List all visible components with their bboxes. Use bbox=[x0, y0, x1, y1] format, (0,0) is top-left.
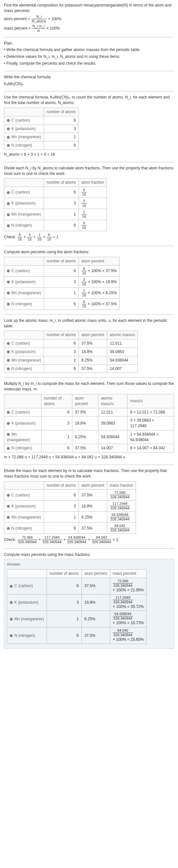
fraction: 54.938044328.340944 bbox=[110, 513, 130, 521]
atompct-cell: 616 × 100% = 37.5% bbox=[79, 299, 119, 309]
frac-den: 16 bbox=[81, 293, 87, 297]
masscalc-cell: 1 × 54.938044 = 54.938044 bbox=[127, 430, 174, 444]
natoms-cell: 3 bbox=[44, 198, 79, 209]
masscalc-cell: 6 × 12.011 = 72.066 bbox=[127, 408, 174, 416]
element-dot-icon bbox=[7, 367, 10, 370]
th-massu: mass/u bbox=[127, 394, 174, 408]
atomicmass-cell: 39.0983 bbox=[98, 416, 127, 430]
frac-num: 54.938044 bbox=[110, 513, 130, 517]
frac-den: 16 bbox=[81, 271, 87, 275]
masspct-cell: 72.066328.340944× 100% = 21.95% bbox=[110, 578, 146, 594]
table-row: K (potassium)318.8%117.2949328.340944 bbox=[4, 501, 136, 512]
atompct-cell: 37.5% bbox=[72, 444, 98, 453]
natoms-cell: 1 bbox=[44, 287, 79, 299]
atompct-cell: 6.25% bbox=[79, 512, 107, 523]
frac-den: 328.340944 bbox=[110, 517, 130, 521]
separator bbox=[4, 377, 174, 378]
atom-percent-formula: atom percent = N_i N_atoms × 100% bbox=[4, 15, 174, 23]
masscalc-cell: 3 × 39.0983 = 117.2949 bbox=[127, 416, 174, 430]
masspct-text: Compute mass percents using the mass fra… bbox=[4, 552, 174, 558]
frac-den: N_atoms bbox=[31, 19, 47, 23]
frac-num: 1 bbox=[81, 289, 87, 293]
frac-num: 6 bbox=[17, 233, 23, 237]
msum: m = 72.066 u + 117.2949 u + 54.938044 u … bbox=[4, 455, 174, 460]
masspct-cell: 117.2949328.340944× 100% = 35.72% bbox=[110, 594, 146, 611]
massfrac-cell: 117.2949328.340944 bbox=[107, 501, 136, 512]
atompct-cell: 18.8% bbox=[81, 594, 110, 611]
frac-den: 16 bbox=[81, 226, 87, 229]
frac-den: 16 bbox=[81, 282, 87, 286]
table-row: N (nitrogen)6616 bbox=[4, 220, 107, 231]
th-atompct: atom percent bbox=[72, 394, 98, 408]
th-natoms: number of atoms bbox=[44, 481, 79, 490]
frac-den: 16 bbox=[81, 192, 87, 196]
element-dot-icon bbox=[7, 270, 10, 272]
element-name: C (carbon) bbox=[11, 493, 30, 497]
table-row: C (carbon)637.5%12.011 bbox=[4, 339, 138, 348]
frac-num: 54.938044 bbox=[67, 536, 87, 540]
frac-den: 328.340944 bbox=[91, 540, 111, 544]
element-cell: C (carbon) bbox=[7, 578, 47, 594]
frac-num: 6 bbox=[81, 300, 87, 304]
natoms-cell: 1 bbox=[47, 611, 81, 627]
frac-num: 1 bbox=[81, 210, 87, 215]
table-row: K (potassium)318.8%117.2949328.340944× 1… bbox=[7, 594, 147, 611]
fraction: 72.066328.340944 bbox=[17, 536, 37, 544]
atomicmass-cell: 14.007 bbox=[98, 444, 127, 453]
plan-bullet: • Write the chemical formula and gather … bbox=[4, 47, 174, 53]
element-cell: K (potassium) bbox=[4, 198, 44, 209]
chemical-formula: K₃Mn(CN)₆ bbox=[4, 81, 174, 87]
atompct-cell: 37.5% bbox=[79, 523, 107, 534]
table-row: K (potassium)3316 × 100% = 18.8% bbox=[4, 276, 120, 287]
element-name: N (nitrogen) bbox=[11, 366, 32, 371]
fraction: 84.042328.340944 bbox=[113, 629, 133, 637]
natoms-cell: 3 bbox=[41, 416, 72, 430]
frac-den: 328.340944 bbox=[110, 528, 130, 532]
table-row: N (nitrogen)637.5%14.007 bbox=[4, 365, 138, 373]
atompct-cell: 37.5% bbox=[81, 578, 110, 594]
table-row: C (carbon)6616 bbox=[4, 187, 107, 198]
th-atompct: atom percent bbox=[79, 331, 107, 339]
natoms-cell: 3 bbox=[44, 501, 79, 512]
element-name: N (nitrogen) bbox=[11, 302, 32, 306]
frac-den: 16 bbox=[17, 237, 23, 241]
element-cell: C (carbon) bbox=[4, 408, 42, 416]
natoms-cell: 6 bbox=[44, 142, 79, 150]
atomicmass-cell: 12.011 bbox=[98, 408, 127, 416]
masspct-table: number of atoms atom percent mass percen… bbox=[7, 569, 147, 644]
natoms-cell: 1 bbox=[44, 356, 79, 365]
th-blank bbox=[4, 331, 44, 339]
natoms-cell: 6 bbox=[44, 299, 79, 309]
masscalc-table: number of atoms atom percent atomic mass… bbox=[4, 394, 174, 453]
mass-percent-formula: mass percent = N_i m_i m × 100% bbox=[4, 24, 174, 32]
intro-text: Find the elemental composition for potas… bbox=[4, 3, 174, 14]
element-cell: Mn (manganese) bbox=[4, 287, 44, 299]
atomicmass-cell: 12.011 bbox=[107, 339, 137, 348]
mass-percent-frac: N_i m_i m bbox=[32, 24, 45, 32]
element-cell: Mn (manganese) bbox=[4, 209, 44, 220]
element-name: Mn (manganese) bbox=[11, 358, 41, 363]
frac-den: 328.340944 bbox=[113, 616, 133, 620]
frac-num: 3 bbox=[27, 233, 32, 237]
th-natoms: number of atoms bbox=[41, 394, 72, 408]
fraction: 616 bbox=[81, 300, 87, 308]
separator bbox=[4, 246, 174, 246]
element-name: N (nitrogen) bbox=[14, 633, 35, 638]
atomfrac-cell: 616 bbox=[79, 220, 107, 231]
frac-num: 6 bbox=[47, 233, 52, 237]
element-cell: C (carbon) bbox=[4, 116, 44, 125]
frac-num: 1 bbox=[37, 233, 42, 237]
check-expr: 616 + 316 + 116 + 616 = 1 bbox=[17, 235, 58, 239]
frac-num: 117.2949 bbox=[110, 502, 130, 506]
massfrac-check: Check: 72.066328.340944 + 117.2949328.34… bbox=[4, 536, 174, 544]
table-row: C (carbon)637.5%72.066328.340944 bbox=[4, 490, 136, 501]
table-row: C (carbon)6 bbox=[4, 116, 79, 125]
atomfrac-check: Check: 616 + 316 + 116 + 616 = 1 bbox=[4, 233, 174, 241]
plan-bullet: • Finally, compute the percents and chec… bbox=[4, 61, 174, 66]
th-blank bbox=[4, 481, 44, 490]
massfrac-text: Divide the mass for each element by m to… bbox=[4, 468, 174, 479]
atompct-cell: 616 × 100% = 37.5% bbox=[79, 265, 119, 276]
element-name: K (potassium) bbox=[11, 421, 35, 426]
element-dot-icon bbox=[7, 281, 10, 283]
separator bbox=[4, 71, 174, 71]
